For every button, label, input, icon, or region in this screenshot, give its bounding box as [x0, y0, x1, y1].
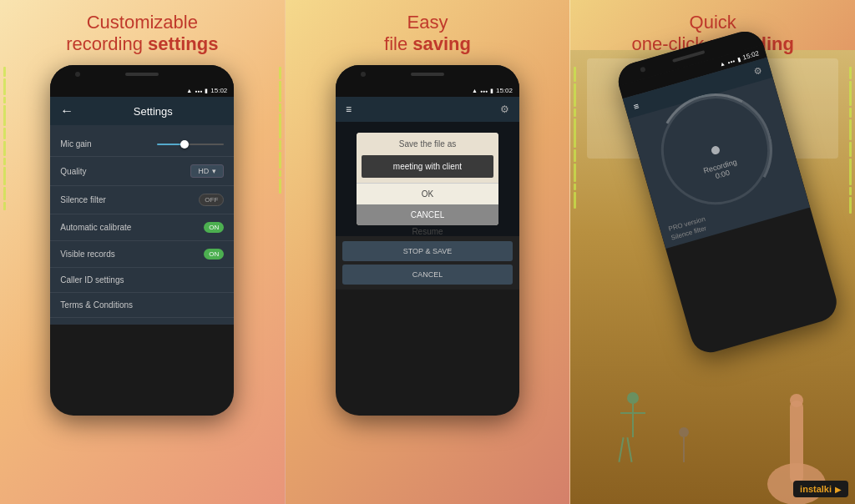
phone-mockup-2: 15:02 ≡ ⚙ Resume Save the file as meetin…	[336, 65, 519, 416]
panel-2-title-line2-bold: saving	[412, 33, 471, 54]
camera-dot-3	[640, 67, 645, 73]
battery-icon-3	[736, 54, 741, 63]
right-waveform-3	[849, 67, 852, 214]
right-waveform-1	[279, 67, 281, 194]
wifi-icon	[186, 87, 192, 94]
status-bar-1: 15:02	[50, 83, 234, 97]
record-circle-area: Resume Save the file as meeting with cli…	[336, 122, 519, 236]
battery-icon	[205, 87, 208, 94]
save-dialog-overlay: Save the file as meeting with client OK …	[336, 122, 519, 236]
panel-1-title-line2-normal: recording	[66, 33, 148, 54]
instalki-icon: ▶	[835, 485, 842, 494]
panel-2-title: Easy file saving	[376, 0, 479, 62]
panel-1-title: Customizable recording settings	[58, 0, 226, 62]
speaker-2	[411, 73, 444, 76]
filename-input[interactable]: meeting with client	[362, 155, 493, 178]
panel-3-content: Quick one-click recording	[570, 0, 855, 504]
quality-dropdown[interactable]: HD ▾	[190, 164, 224, 178]
quality-value: HD	[198, 167, 209, 175]
calibrate-toggle[interactable]: ON	[204, 222, 224, 233]
panel-2-title-line1: Easy	[384, 12, 471, 33]
gear-icon-3[interactable]: ⚙	[752, 64, 763, 77]
file-screen: ≡ ⚙ Resume Save the file as meeting with…	[336, 97, 519, 290]
time-display-2: 15:02	[496, 87, 513, 94]
signal-icon-3	[726, 56, 736, 65]
person-1	[620, 392, 645, 462]
panel-3-title-line1: Quick	[631, 12, 793, 33]
panel-settings: Customizable recording settings 15:02	[0, 0, 285, 504]
time-display-1: 15:02	[210, 87, 227, 94]
signal-icon-2	[480, 87, 488, 94]
wifi-icon-3	[718, 59, 726, 68]
panel-1-title-line2-bold: settings	[148, 33, 218, 54]
save-dialog: Save the file as meeting with client OK …	[357, 133, 498, 225]
panel-quick-record: Quick one-click recording	[570, 0, 855, 504]
record-big-dot	[710, 145, 720, 155]
terms-label: Terms & Conditions	[60, 300, 133, 310]
time-display-3: 15:02	[741, 49, 760, 61]
ok-button[interactable]: OK	[357, 183, 498, 204]
back-arrow[interactable]: ←	[60, 103, 73, 118]
settings-title: Settings	[82, 105, 224, 118]
panel-2-title-line2-normal: file	[384, 33, 412, 54]
svg-rect-1	[790, 401, 803, 484]
status-bar-2: 15:02	[336, 83, 519, 97]
instalki-badge: instalki ▶	[793, 481, 848, 497]
silence-label: Silence filter	[60, 195, 105, 204]
file-header: ≡ ⚙	[336, 97, 519, 122]
mic-gain-label: Mic gain	[60, 139, 91, 149]
cancel-button-dialog[interactable]: CANCEL	[357, 204, 498, 225]
settings-row-silence: Silence filter OFF	[50, 186, 234, 214]
panel-2-title-line2: file saving	[384, 33, 471, 55]
battery-icon-2	[490, 87, 493, 94]
speaker-3	[672, 50, 706, 63]
svg-point-2	[790, 394, 803, 407]
settings-screen: ← Settings Mic gain Quality HD ▾	[50, 97, 234, 325]
visible-records-toggle[interactable]: ON	[204, 249, 224, 260]
save-dialog-title: Save the file as	[357, 133, 498, 155]
visible-records-label: Visible records	[60, 249, 114, 259]
person-2	[679, 427, 689, 462]
left-waveform-3	[574, 67, 576, 209]
camera-dot-2	[361, 72, 366, 77]
settings-row-quality: Quality HD ▾	[50, 157, 234, 186]
settings-row-visible-records: Visible records ON	[50, 241, 234, 268]
calibrate-label: Automatic calibrate	[60, 223, 131, 232]
mic-gain-slider[interactable]	[157, 144, 224, 145]
instalki-logo: instalki	[800, 484, 832, 494]
speaker	[125, 73, 159, 76]
gear-icon[interactable]: ⚙	[500, 103, 509, 115]
settings-header: ← Settings	[50, 97, 234, 125]
left-waveform	[3, 67, 6, 210]
wifi-icon-2	[472, 87, 478, 94]
settings-row-calibrate: Automatic calibrate ON	[50, 214, 234, 241]
panel-file-saving: Easy file saving 15:02 ≡ ⚙ Resume	[285, 0, 571, 504]
silence-toggle[interactable]: OFF	[199, 194, 224, 206]
slider-thumb[interactable]	[180, 140, 189, 149]
settings-row-mic-gain: Mic gain	[50, 132, 234, 157]
chevron-down-icon: ▾	[212, 167, 216, 175]
hamburger-icon-3[interactable]: ≡	[632, 100, 640, 111]
caller-id-label: Caller ID settings	[60, 275, 124, 285]
quality-label: Quality	[60, 167, 86, 176]
signal-icon	[195, 87, 202, 94]
settings-row-terms[interactable]: Terms & Conditions	[50, 293, 234, 318]
hamburger-icon[interactable]: ≡	[346, 103, 352, 115]
settings-body: Mic gain Quality HD ▾ Silence filter	[50, 125, 234, 325]
bottom-actions: STOP & SAVE CANCEL	[336, 236, 519, 290]
cancel-bottom-button[interactable]: CANCEL	[342, 265, 513, 285]
panel-1-title-line2: recording settings	[66, 33, 218, 55]
phone-mockup-1: 15:02 ← Settings Mic gain Quality	[50, 65, 234, 416]
camera-dot	[75, 72, 80, 77]
phone-top-bar-2	[336, 65, 519, 83]
phone-top-bar-1	[50, 65, 234, 83]
stop-save-button[interactable]: STOP & SAVE	[342, 241, 513, 261]
settings-row-caller-id[interactable]: Caller ID settings	[50, 268, 234, 293]
panel-1-title-line1: Customizable	[66, 12, 218, 33]
